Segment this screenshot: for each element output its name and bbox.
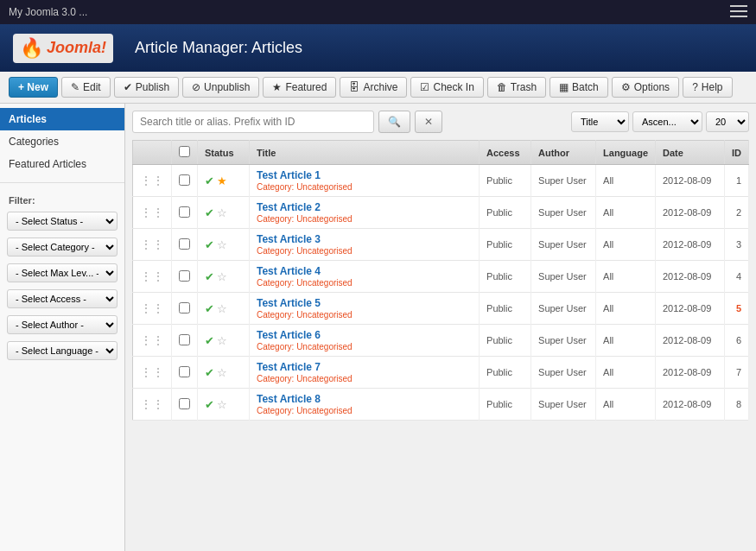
published-icon[interactable]: ✔: [205, 206, 214, 219]
col-language-header: Language: [596, 141, 656, 165]
article-title-link[interactable]: Test Article 5: [257, 297, 472, 309]
row-checkbox[interactable]: [179, 270, 190, 282]
status-cell: ✔ ☆: [198, 229, 250, 261]
row-checkbox[interactable]: [179, 206, 190, 218]
status-cell: ✔ ☆: [198, 325, 250, 357]
search-button[interactable]: 🔍: [378, 111, 410, 133]
row-checkbox[interactable]: [179, 174, 190, 186]
sort-order-select[interactable]: Ascen... Descen...: [632, 111, 702, 132]
row-checkbox[interactable]: [179, 334, 190, 345]
sidebar: Articles Categories Featured Articles Fi…: [0, 104, 125, 551]
row-checkbox[interactable]: [179, 366, 190, 377]
featured-icon: ★: [272, 81, 282, 93]
unpublish-button[interactable]: ⊘ Unpublish: [182, 77, 259, 98]
archive-button[interactable]: 🗄 Archive: [340, 77, 407, 98]
search-input[interactable]: [132, 111, 374, 133]
author-cell: Super User: [531, 357, 596, 389]
filter-status-select[interactable]: - Select Status - Published Unpublished …: [7, 212, 118, 231]
help-button[interactable]: ? Help: [683, 77, 732, 98]
article-title-link[interactable]: Test Article 6: [257, 329, 472, 341]
drag-handle-icon[interactable]: ⋮⋮: [140, 365, 164, 379]
sidebar-item-articles[interactable]: Articles: [0, 108, 124, 130]
checkbox-cell[interactable]: [172, 389, 198, 421]
row-checkbox[interactable]: [179, 398, 190, 409]
batch-button[interactable]: ▦ Batch: [550, 77, 608, 98]
checkbox-cell[interactable]: [172, 325, 198, 357]
checkbox-cell[interactable]: [172, 357, 198, 389]
unfeatured-star-icon[interactable]: ☆: [217, 238, 227, 251]
sort-by-select[interactable]: Title Author Date ID Status: [571, 111, 629, 132]
new-button[interactable]: + New: [9, 77, 58, 98]
per-page-select[interactable]: 20 5 10 15 25 50 100: [706, 111, 749, 132]
drag-handle-cell: ⋮⋮: [133, 357, 172, 389]
col-checkbox-header[interactable]: [172, 141, 198, 165]
edit-button[interactable]: ✎ Edit: [61, 77, 111, 98]
drag-handle-icon[interactable]: ⋮⋮: [140, 301, 164, 315]
author-cell: Super User: [531, 293, 596, 325]
published-icon[interactable]: ✔: [205, 398, 214, 411]
checkbox-cell[interactable]: [172, 261, 198, 293]
options-icon: ⚙: [621, 81, 631, 93]
drag-handle-cell: ⋮⋮: [133, 229, 172, 261]
article-title-link[interactable]: Test Article 3: [257, 233, 472, 245]
filter-language-select[interactable]: - Select Language -: [7, 341, 118, 360]
select-all-checkbox[interactable]: [179, 146, 190, 157]
language-cell: All: [596, 229, 656, 261]
unfeatured-star-icon[interactable]: ☆: [217, 366, 227, 379]
unfeatured-star-icon[interactable]: ☆: [217, 270, 227, 283]
table-row: ⋮⋮ ✔ ☆ Test Article 5 Category: Uncatego…: [133, 293, 749, 325]
article-title-link[interactable]: Test Article 8: [257, 393, 472, 405]
sidebar-item-categories[interactable]: Categories: [0, 130, 124, 153]
filter-maxlevel-select[interactable]: - Select Max Lev... -: [7, 263, 118, 282]
edit-icon: ✎: [71, 81, 79, 93]
filter-author-select[interactable]: - Select Author -: [7, 315, 118, 334]
published-icon[interactable]: ✔: [205, 334, 214, 347]
unfeatured-star-icon[interactable]: ☆: [217, 398, 227, 411]
drag-handle-icon[interactable]: ⋮⋮: [140, 206, 164, 219]
checkbox-cell[interactable]: [172, 229, 198, 261]
hamburger-menu[interactable]: [730, 5, 747, 20]
options-button[interactable]: ⚙ Options: [612, 77, 679, 98]
table-row: ⋮⋮ ✔ ☆ Test Article 3 Category: Uncatego…: [133, 229, 749, 261]
article-title-link[interactable]: Test Article 2: [257, 201, 472, 213]
language-cell: All: [596, 357, 656, 389]
checkbox-cell[interactable]: [172, 165, 198, 197]
sidebar-item-featured-articles[interactable]: Featured Articles: [0, 153, 124, 175]
unfeatured-star-icon[interactable]: ☆: [217, 302, 227, 315]
drag-handle-icon[interactable]: ⋮⋮: [140, 269, 164, 283]
publish-button[interactable]: ✔ Publish: [114, 77, 179, 98]
unfeatured-star-icon[interactable]: ☆: [217, 206, 227, 219]
article-title-link[interactable]: Test Article 4: [257, 265, 472, 277]
published-icon[interactable]: ✔: [205, 366, 214, 379]
row-checkbox[interactable]: [179, 238, 190, 250]
filter-access-select[interactable]: - Select Access -: [7, 289, 118, 308]
drag-handle-icon[interactable]: ⋮⋮: [140, 333, 164, 347]
published-icon[interactable]: ✔: [205, 302, 214, 315]
date-cell: 2012-08-09: [656, 357, 725, 389]
drag-handle-icon[interactable]: ⋮⋮: [140, 174, 164, 187]
drag-handle-icon[interactable]: ⋮⋮: [140, 397, 164, 411]
article-title-link[interactable]: Test Article 1: [257, 169, 472, 181]
author-cell: Super User: [531, 389, 596, 421]
published-icon[interactable]: ✔: [205, 238, 214, 251]
trash-button[interactable]: 🗑 Trash: [487, 77, 546, 98]
col-title-header[interactable]: Title: [250, 141, 480, 165]
filter-category-select[interactable]: - Select Category -: [7, 238, 118, 256]
featured-button[interactable]: ★ Featured: [263, 77, 336, 98]
drag-handle-icon[interactable]: ⋮⋮: [140, 238, 164, 251]
row-checkbox[interactable]: [179, 302, 190, 314]
clear-search-button[interactable]: ✕: [415, 111, 442, 133]
unfeatured-star-icon[interactable]: ☆: [217, 334, 227, 347]
article-title-link[interactable]: Test Article 7: [257, 361, 472, 373]
published-icon[interactable]: ✔: [205, 270, 214, 283]
checkin-button[interactable]: ☑ Check In: [410, 77, 483, 98]
checkbox-cell[interactable]: [172, 197, 198, 229]
status-cell: ✔ ★: [198, 165, 250, 197]
featured-star-icon[interactable]: ★: [217, 174, 227, 187]
status-cell: ✔ ☆: [198, 197, 250, 229]
sidebar-divider: [0, 182, 124, 183]
published-icon[interactable]: ✔: [205, 174, 214, 187]
drag-handle-cell: ⋮⋮: [133, 261, 172, 293]
archive-icon: 🗄: [349, 81, 359, 93]
checkbox-cell[interactable]: [172, 293, 198, 325]
